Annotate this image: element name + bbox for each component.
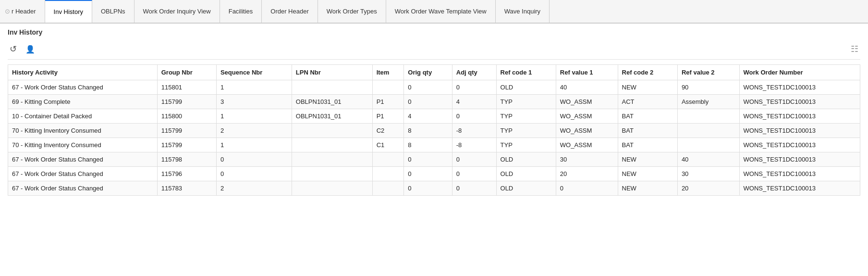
toolbar-right: ☷ — [849, 43, 860, 55]
refresh-button[interactable]: ↺ — [8, 43, 19, 55]
cell-sequence-nbr: 3 — [216, 95, 292, 109]
cell-work-order-number: WONS_TEST1DC100013 — [739, 124, 860, 138]
toolbar: ↺ 👤 ☷ — [8, 41, 860, 60]
cell-orig-qty: 0 — [404, 95, 452, 109]
cell-lpn-nbr — [292, 167, 372, 181]
cell-ref-code-2: NEW — [618, 152, 677, 167]
cell-ref-value-2: 40 — [677, 152, 739, 167]
cell-ref-value-1: WO_ASSM — [556, 138, 618, 152]
cell-adj-qty: 4 — [452, 95, 496, 109]
cell-ref-code-1: TYP — [496, 124, 556, 138]
cell-group-nbr: 115799 — [157, 124, 216, 138]
col-header-ref-code-1: Ref code 1 — [496, 65, 556, 80]
tab-order-header-2[interactable]: Order Header — [262, 0, 318, 23]
cell-ref-code-1: TYP — [496, 109, 556, 124]
tab-work-order-types[interactable]: Work Order Types — [318, 0, 386, 23]
tab-order-header-label: r Header — [12, 8, 36, 15]
cell-ref-code-1: OLD — [496, 167, 556, 181]
cell-orig-qty: 0 — [404, 167, 452, 181]
col-header-work-order-number: Work Order Number — [739, 65, 860, 80]
cell-lpn-nbr — [292, 152, 372, 167]
table-row: 67 - Work Order Status Changed115801100O… — [8, 80, 860, 95]
cell-item — [372, 152, 404, 167]
cell-adj-qty: 0 — [452, 167, 496, 181]
cell-work-order-number: WONS_TEST1DC100013 — [739, 80, 860, 95]
col-header-group-nbr: Group Nbr — [157, 65, 216, 80]
grid-settings-button[interactable]: ☷ — [849, 43, 860, 55]
search-user-button[interactable]: 👤 — [24, 44, 37, 55]
cell-lpn-nbr: OBLPN1031_01 — [292, 95, 372, 109]
cell-history-activity: 70 - Kitting Inventory Consumed — [8, 138, 158, 152]
table-row: 67 - Work Order Status Changed115796000O… — [8, 167, 860, 181]
cell-lpn-nbr — [292, 124, 372, 138]
section-title: Inv History — [8, 28, 860, 36]
table-row: 69 - Kitting Complete1157993OBLPN1031_01… — [8, 95, 860, 109]
cell-adj-qty: -8 — [452, 138, 496, 152]
cell-ref-value-2 — [677, 138, 739, 152]
tab-work-order-inquiry-view-label: Work Order Inquiry View — [143, 8, 211, 15]
tab-work-order-wave-template-view[interactable]: Work Order Wave Template View — [386, 0, 496, 23]
tab-inv-history[interactable]: Inv History — [45, 0, 92, 24]
cell-orig-qty: 0 — [404, 181, 452, 196]
cell-orig-qty: 8 — [404, 138, 452, 152]
cell-item: P1 — [372, 109, 404, 124]
table-row: 70 - Kitting Inventory Consumed1157991C1… — [8, 138, 860, 152]
table-row: 10 - Container Detail Packed1158001OBLPN… — [8, 109, 860, 124]
tab-facilities[interactable]: Facilities — [220, 0, 262, 23]
tab-facilities-label: Facilities — [229, 8, 253, 15]
cell-group-nbr: 115800 — [157, 109, 216, 124]
search-user-icon: 👤 — [25, 45, 35, 53]
tab-wave-inquiry[interactable]: Wave Inquiry — [496, 0, 550, 23]
col-header-ref-code-2: Ref code 2 — [618, 65, 677, 80]
cell-ref-value-2: 20 — [677, 181, 739, 196]
cell-history-activity: 67 - Work Order Status Changed — [8, 167, 158, 181]
cell-ref-value-2 — [677, 124, 739, 138]
tab-inv-history-label: Inv History — [54, 8, 83, 15]
cell-history-activity: 67 - Work Order Status Changed — [8, 181, 158, 196]
cell-ref-code-1: OLD — [496, 152, 556, 167]
cell-sequence-nbr: 2 — [216, 181, 292, 196]
cell-ref-code-2: NEW — [618, 167, 677, 181]
col-header-item: Item — [372, 65, 404, 80]
tab-oblpns-label: OBLPNs — [101, 8, 125, 15]
col-header-adj-qty: Adj qty — [452, 65, 496, 80]
table-body: 67 - Work Order Status Changed115801100O… — [8, 80, 860, 196]
cell-work-order-number: WONS_TEST1DC100013 — [739, 95, 860, 109]
tab-order-header[interactable]: ⊙ r Header — [0, 0, 45, 23]
cell-work-order-number: WONS_TEST1DC100013 — [739, 109, 860, 124]
tab-work-order-inquiry-view[interactable]: Work Order Inquiry View — [134, 0, 220, 23]
cell-ref-value-1: WO_ASSM — [556, 124, 618, 138]
cell-group-nbr: 115799 — [157, 95, 216, 109]
cell-adj-qty: -8 — [452, 124, 496, 138]
col-header-lpn-nbr: LPN Nbr — [292, 65, 372, 80]
data-table: History Activity Group Nbr Sequence Nbr … — [8, 64, 860, 196]
cell-ref-code-2: BAT — [618, 124, 677, 138]
cell-lpn-nbr — [292, 80, 372, 95]
cell-sequence-nbr: 1 — [216, 80, 292, 95]
tab-work-order-types-label: Work Order Types — [327, 8, 377, 15]
cell-ref-value-1: WO_ASSM — [556, 109, 618, 124]
tab-oblpns[interactable]: OBLPNs — [92, 0, 134, 23]
cell-ref-code-2: BAT — [618, 138, 677, 152]
cell-ref-value-1: 30 — [556, 152, 618, 167]
table-row: 67 - Work Order Status Changed115798000O… — [8, 152, 860, 167]
cell-orig-qty: 4 — [404, 109, 452, 124]
tab-order-header-2-label: Order Header — [270, 8, 308, 15]
table-row: 67 - Work Order Status Changed115783200O… — [8, 181, 860, 196]
cell-item — [372, 80, 404, 95]
cell-item — [372, 181, 404, 196]
cell-history-activity: 67 - Work Order Status Changed — [8, 152, 158, 167]
col-header-ref-value-1: Ref value 1 — [556, 65, 618, 80]
cell-ref-value-2: 90 — [677, 80, 739, 95]
cell-adj-qty: 0 — [452, 109, 496, 124]
cell-sequence-nbr: 0 — [216, 152, 292, 167]
cell-ref-value-2 — [677, 109, 739, 124]
cell-lpn-nbr — [292, 181, 372, 196]
table-row: 70 - Kitting Inventory Consumed1157992C2… — [8, 124, 860, 138]
cell-ref-value-1: 0 — [556, 181, 618, 196]
cell-sequence-nbr: 1 — [216, 138, 292, 152]
cell-ref-code-1: TYP — [496, 138, 556, 152]
cell-group-nbr: 115783 — [157, 181, 216, 196]
cell-orig-qty: 8 — [404, 124, 452, 138]
tab-wave-inquiry-label: Wave Inquiry — [504, 8, 540, 15]
